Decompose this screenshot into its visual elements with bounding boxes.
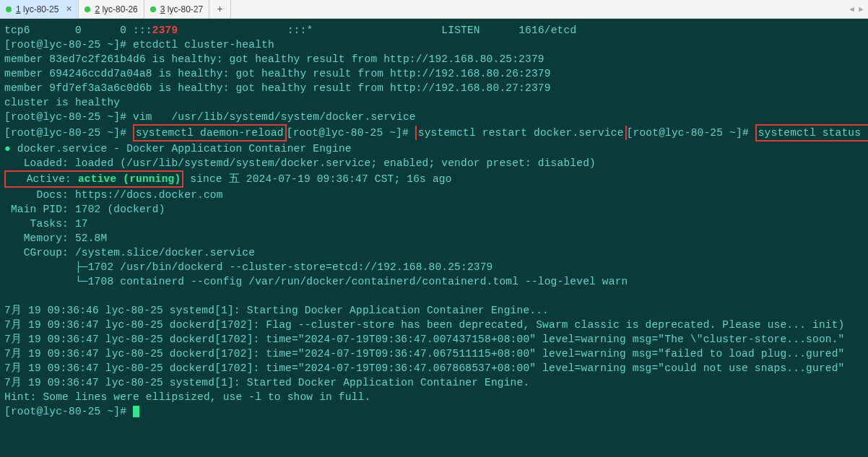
tcp-line: tcp6 0 0 :::2379 :::* LISTEN 1616/etcd	[4, 25, 576, 36]
loaded-line: Loaded: loaded (/usr/lib/systemd/system/…	[4, 157, 596, 169]
tab-1[interactable]: 1 lyc-80-25 ✕	[0, 0, 79, 18]
tab-index: 3	[160, 4, 165, 14]
status-dot-icon	[150, 6, 156, 12]
active-suffix: since 五 2024-07-19 09:36:47 CST; 16s ago	[183, 173, 451, 185]
cgroup-line: CGroup: /system.slice/docker.service	[4, 247, 255, 258]
mainpid-line: Main PID: 1702 (dockerd)	[4, 204, 165, 215]
prompt: [root@lyc-80-25 ~]#	[4, 127, 133, 139]
highlight-box: Active: active (running)	[4, 170, 183, 188]
tasks-line: Tasks: 17	[4, 218, 88, 230]
log-line: 7月 19 09:36:47 lyc-80-25 systemd[1]: Sta…	[4, 377, 529, 388]
log-line: 7月 19 09:36:47 lyc-80-25 dockerd[1702]: …	[4, 319, 844, 331]
close-icon[interactable]: ✕	[66, 4, 72, 14]
hint-line: Hint: Some lines were ellipsized, use -l…	[4, 391, 370, 403]
terminal-output[interactable]: tcp6 0 0 :::2379 :::* LISTEN 1616/etcd […	[0, 19, 868, 423]
tab-nav-arrows[interactable]: ◀ ▶	[845, 0, 868, 18]
command: systemctl status docker.service	[758, 127, 868, 139]
service-title: docker.service - Docker Application Cont…	[17, 143, 352, 154]
status-dot-icon	[6, 6, 12, 12]
cursor-icon	[133, 406, 139, 417]
output-line: member 694246ccdd7a04a8 is healthy: got …	[4, 68, 551, 79]
command: etcdctl cluster-health	[133, 39, 274, 51]
tab-label: lyc-80-25	[23, 4, 58, 14]
docs-line: Docs: https://docs.docker.com	[4, 189, 223, 201]
log-line: 7月 19 09:36:46 lyc-80-25 systemd[1]: Sta…	[4, 305, 549, 316]
highlight-box: systemctl restart docker.service	[415, 126, 627, 140]
bullet-icon: ●	[4, 143, 11, 154]
log-line: 7月 19 09:36:47 lyc-80-25 dockerd[1702]: …	[4, 334, 844, 345]
output-line: cluster is healthy	[4, 97, 120, 108]
process-line: ├─1702 /usr/bin/dockerd --cluster-store=…	[4, 261, 493, 273]
tab-index: 2	[95, 4, 100, 14]
process-line: └─1708 containerd --config /var/run/dock…	[4, 276, 628, 287]
tab-2[interactable]: 2 lyc-80-26	[79, 0, 144, 18]
log-line: 7月 19 09:36:47 lyc-80-25 dockerd[1702]: …	[4, 362, 844, 374]
add-tab-button[interactable]: +	[209, 0, 230, 18]
tab-label: lyc-80-27	[168, 4, 203, 14]
prompt: [root@lyc-80-25 ~]#	[627, 127, 755, 139]
output-line: member 9fd7ef3a3a6c0d6b is healthy: got …	[4, 82, 551, 94]
prompt: [root@lyc-80-25 ~]#	[4, 406, 133, 417]
tab-3[interactable]: 3 lyc-80-27	[144, 0, 209, 18]
active-status: active (running)	[78, 173, 181, 185]
memory-line: Memory: 52.8M	[4, 232, 107, 244]
tab-label: lyc-80-26	[102, 4, 137, 14]
log-line: 7月 19 09:36:47 lyc-80-25 dockerd[1702]: …	[4, 348, 844, 360]
command: systemctl restart docker.service	[418, 127, 624, 139]
command: vim /usr/lib/systemd/system/docker.servi…	[133, 111, 416, 123]
highlight-box: systemctl status docker.service	[755, 124, 868, 142]
command: systemctl daemon-reload	[136, 127, 284, 139]
prompt: [root@lyc-80-25 ~]#	[4, 39, 133, 51]
status-dot-icon	[84, 6, 90, 12]
output-line: member 83ed7c2f261b4d6 is healthy: got h…	[4, 53, 544, 65]
highlight-port: 2379	[152, 25, 178, 36]
highlight-box: systemctl daemon-reload	[133, 124, 287, 142]
prompt: [root@lyc-80-25 ~]#	[4, 111, 133, 123]
prompt: [root@lyc-80-25 ~]#	[287, 127, 415, 139]
tab-bar: 1 lyc-80-25 ✕ 2 lyc-80-26 3 lyc-80-27 + …	[0, 0, 868, 19]
tab-index: 1	[16, 4, 21, 14]
